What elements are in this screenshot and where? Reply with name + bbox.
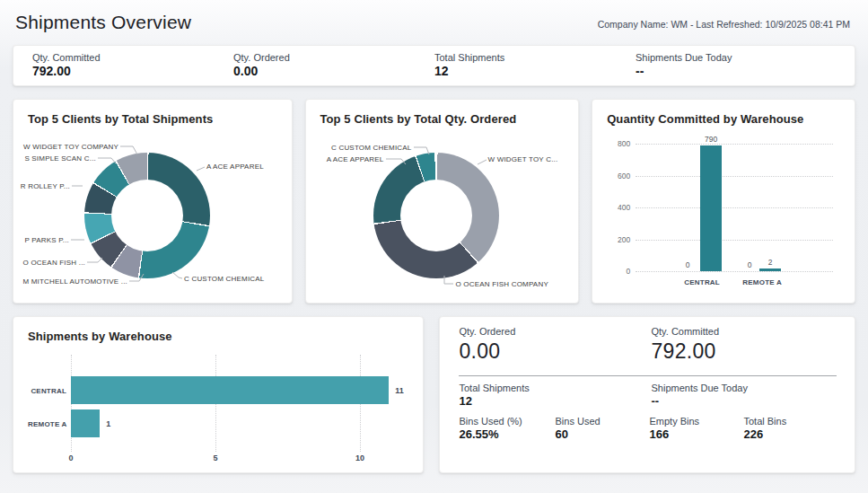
y-axis-tick-label: 600 xyxy=(607,172,630,180)
y-axis-tick-label: 400 xyxy=(607,203,630,212)
gridline xyxy=(636,176,833,177)
kpi-value: 12 xyxy=(434,64,636,78)
card-top5-clients-by-qty-ordered: Top 5 Clients by Total Qty. Ordered W WI… xyxy=(305,99,580,304)
column-data-label: 2 xyxy=(768,258,773,267)
donut-chart-qty-ordered[interactable]: W WIDGET TOY C...O OCEAN FISH COMPANYA A… xyxy=(320,130,565,301)
stat-total-shipments: Total Shipments 12 xyxy=(459,383,651,408)
x-axis-tick-label: 0 xyxy=(68,453,73,462)
y-axis-tick-label: 0 xyxy=(607,267,630,276)
kpi-label: Qty. Ordered xyxy=(233,52,434,63)
stat-value: 60 xyxy=(555,427,649,441)
kpi-label: Qty. Committed xyxy=(32,52,233,63)
stat-value: 26.55% xyxy=(459,427,555,441)
stat-bins-used: Bins Used 60 xyxy=(555,416,649,441)
y-axis-category-label: CENTRAL xyxy=(28,386,66,394)
x-axis-tick-label: 10 xyxy=(355,453,364,462)
stat-value: 12 xyxy=(459,394,651,408)
kpi-label: Total Shipments xyxy=(434,52,636,63)
bar-data-label: 1 xyxy=(106,419,110,428)
chart-title: Quantity Committed by Warehouse xyxy=(607,112,840,126)
x-axis-category-label: REMOTE A xyxy=(742,278,782,286)
card-summary-stats: Qty. Ordered 0.00 Qty. Committed 792.00 … xyxy=(439,316,855,473)
column-chart-qty-committed[interactable]: 02004006008000790CENTRAL02REMOTE A xyxy=(607,130,840,301)
stat-bins-used-pct: Bins Used (%) 26.55% xyxy=(459,416,555,441)
donut-chart-total-shipments[interactable]: A ACE APPARELC CUSTOM CHEMICALM MITCHELL… xyxy=(28,130,277,301)
bar-chart-shipments[interactable]: 0510CENTRAL11REMOTE A1 xyxy=(28,348,408,465)
y-axis-tick-label: 200 xyxy=(607,235,630,244)
stat-value: 0.00 xyxy=(459,339,651,364)
stat-value: 166 xyxy=(649,427,743,441)
dashboard-content: Qty. Committed 792.00 Qty. Ordered 0.00 … xyxy=(0,45,868,473)
refresh-info: Company Name: WM - Last Refreshed: 10/9/… xyxy=(598,19,850,30)
stat-label: Total Bins xyxy=(743,416,837,427)
bar-data-label: 11 xyxy=(395,386,404,395)
stat-label: Shipments Due Today xyxy=(651,383,837,393)
card-qty-committed-by-warehouse: Quantity Committed by Warehouse 02004006… xyxy=(592,99,855,304)
stat-shipments-due-today: Shipments Due Today -- xyxy=(651,383,837,408)
bar-remote-a[interactable] xyxy=(71,409,100,437)
kpi-qty-committed: Qty. Committed 792.00 xyxy=(32,52,233,85)
kpi-label: Shipments Due Today xyxy=(636,52,855,63)
card-top5-clients-by-total-shipments: Top 5 Clients by Total Shipments A ACE A… xyxy=(13,99,293,304)
column-central[interactable] xyxy=(700,145,722,271)
chart-title: Top 5 Clients by Total Shipments xyxy=(28,112,277,126)
column-data-label: 790 xyxy=(705,135,717,144)
kpi-value: 792.00 xyxy=(32,64,233,78)
chart-title: Shipments by Warehouse xyxy=(28,330,408,343)
kpi-value: -- xyxy=(636,64,855,78)
kpi-value: 0.00 xyxy=(233,64,434,78)
kpi-qty-ordered: Qty. Ordered 0.00 xyxy=(233,52,434,85)
y-axis-category-label: REMOTE A xyxy=(28,419,66,427)
kpi-strip: Qty. Committed 792.00 Qty. Ordered 0.00 … xyxy=(13,45,855,86)
leader-lines xyxy=(320,130,565,301)
chart-title: Top 5 Clients by Total Qty. Ordered xyxy=(320,112,565,126)
column-data-label: 0 xyxy=(748,260,752,269)
y-axis-tick-label: 800 xyxy=(607,139,630,148)
gridline xyxy=(636,207,833,208)
column-remote-a[interactable] xyxy=(759,269,781,271)
stat-value: -- xyxy=(651,394,837,408)
column-data-label: 0 xyxy=(686,260,690,269)
stat-qty-ordered: Qty. Ordered 0.00 xyxy=(459,326,651,364)
bar-central[interactable] xyxy=(71,376,389,404)
gridline xyxy=(636,240,833,241)
stat-value: 226 xyxy=(743,427,837,441)
card-shipments-by-warehouse: Shipments by Warehouse 0510CENTRAL11REMO… xyxy=(13,316,424,473)
stat-label: Qty. Ordered xyxy=(459,326,651,337)
x-axis-tick-label: 5 xyxy=(213,453,217,462)
stat-value: 792.00 xyxy=(651,339,837,364)
topbar: Shipments Overview Company Name: WM - La… xyxy=(0,0,868,40)
stat-total-bins: Total Bins 226 xyxy=(743,416,837,441)
stat-label: Empty Bins xyxy=(649,416,743,427)
stat-label: Bins Used xyxy=(555,416,649,427)
kpi-shipments-due-today: Shipments Due Today -- xyxy=(636,52,855,85)
leader-lines xyxy=(28,130,277,301)
gridline xyxy=(636,271,833,272)
gridline xyxy=(636,144,833,145)
kpi-total-shipments: Total Shipments 12 xyxy=(434,52,636,85)
divider xyxy=(459,375,837,376)
stat-label: Bins Used (%) xyxy=(459,416,555,427)
stat-qty-committed: Qty. Committed 792.00 xyxy=(651,326,837,364)
stat-label: Total Shipments xyxy=(459,383,651,393)
stat-empty-bins: Empty Bins 166 xyxy=(649,416,743,441)
x-axis-category-label: CENTRAL xyxy=(684,278,720,286)
stat-label: Qty. Committed xyxy=(651,326,837,337)
